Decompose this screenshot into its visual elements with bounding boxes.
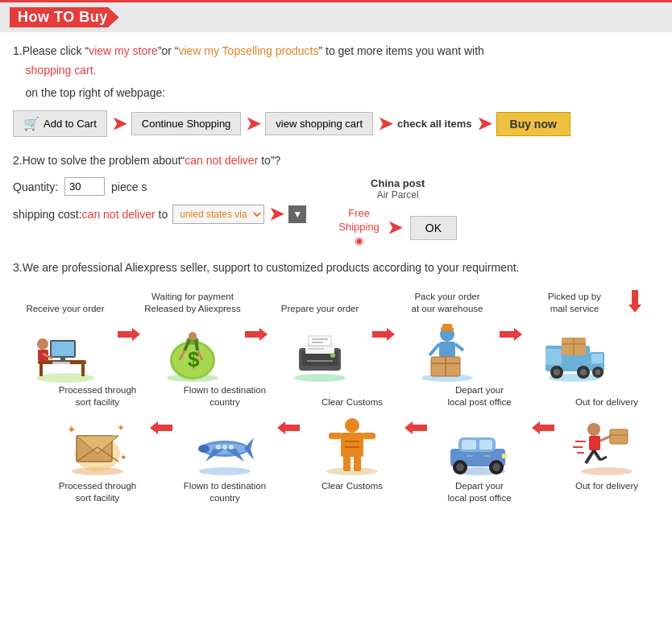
process-item-6: Out for delivery: [554, 383, 659, 477]
process-item-9: Flown to destinationcountry: [172, 383, 277, 477]
svg-point-108: [198, 445, 209, 453]
svg-point-84: [492, 463, 500, 471]
page-wrapper: How TO Buy 1.Please click “view my store…: [0, 0, 672, 521]
svg-rect-7: [56, 360, 69, 362]
svg-rect-80: [479, 440, 492, 450]
shipping-destination-select[interactable]: unied states via: [172, 205, 264, 224]
shopping-cart-link[interactable]: shopping cart.: [26, 64, 97, 77]
add-to-cart-label: Add to Cart: [44, 118, 97, 130]
page-title: How TO Buy: [10, 7, 119, 27]
svg-line-66: [586, 450, 594, 463]
arrow5: ➤: [269, 204, 284, 225]
svg-rect-70: [610, 429, 628, 444]
svg-rect-3: [81, 364, 85, 376]
arrow1: ➤: [112, 114, 127, 135]
process-item-7: Depart yourlocal post office: [427, 383, 532, 477]
process-icon-9: [189, 412, 260, 477]
quantity-input[interactable]: [64, 177, 105, 196]
process-arrow-9: [150, 383, 172, 436]
svg-rect-31: [307, 360, 333, 362]
step1-text4: on the top right of webpage:: [13, 84, 659, 103]
process-row1: Receive your order: [13, 290, 659, 383]
china-post-box: China post Air Parcel Free Shipping ◉ ➤ …: [338, 177, 457, 248]
svg-rect-87: [484, 455, 491, 457]
svg-rect-52: [591, 354, 603, 363]
dropdown-arrow[interactable]: ▼: [288, 205, 306, 223]
ok-button[interactable]: OK: [410, 216, 457, 240]
svg-rect-92: [329, 433, 342, 439]
svg-point-25: [294, 374, 346, 382]
process-item-2: Waiting for paymentReleased by Aliexpres…: [140, 290, 245, 383]
process-row2-labels: Out for delivery Depart yourlocal post o…: [13, 480, 659, 505]
content: 1.Please click “view my store”or “view m…: [0, 42, 672, 521]
svg-rect-95: [354, 455, 361, 471]
svg-point-63: [581, 467, 633, 475]
svg-line-42: [429, 344, 439, 355]
process-arrow-2: [245, 290, 268, 342]
svg-rect-85: [502, 454, 507, 458]
step2-inner: Quantity: piece s shipping cost:can not …: [13, 177, 659, 248]
process-label-1: Receive your order: [26, 290, 104, 316]
svg-marker-62: [628, 290, 641, 313]
label-8: Clear Customs: [300, 480, 404, 505]
svg-rect-33: [309, 336, 331, 346]
process-icon-2: $: [157, 319, 228, 383]
process-item-1: Receive your order: [13, 290, 118, 383]
air-parcel-label: Air Parcel: [338, 189, 457, 201]
svg-text:✦: ✦: [120, 453, 127, 462]
free-shipping-label: Free Shipping ◉: [338, 207, 380, 248]
view-cart-button[interactable]: view shopping cart: [265, 112, 373, 135]
arrow6: ➤: [388, 218, 402, 238]
svg-marker-24: [245, 328, 268, 341]
process-arrow-7: [404, 383, 427, 436]
shipping-row: shipping cost:can not deliver to unied s…: [13, 204, 306, 225]
process-icon-1: [30, 319, 101, 383]
view-store-link[interactable]: view my store: [89, 44, 158, 57]
svg-point-105: [216, 445, 221, 450]
process-label-4: Pack your orderat our warehouse: [412, 290, 483, 316]
process-label-10: Processed throughsort facility: [59, 383, 137, 409]
process-icon-10: ✦ ✦ ✦: [62, 412, 133, 477]
svg-point-56: [580, 369, 587, 375]
svg-point-19: [189, 332, 197, 340]
svg-line-21: [196, 340, 197, 350]
svg-marker-13: [118, 328, 140, 341]
process-row2: Out for delivery: [13, 383, 659, 477]
add-to-cart-button[interactable]: 🛒 Add to Cart: [13, 110, 107, 137]
step2-left: Quantity: piece s shipping cost:can not …: [13, 177, 306, 225]
svg-point-82: [456, 463, 464, 471]
process-icon-8: [317, 412, 388, 477]
svg-rect-2: [39, 364, 43, 376]
process-item-8: Clear Customs: [300, 383, 404, 477]
continue-shopping-button[interactable]: Continue Shopping: [131, 112, 242, 135]
svg-rect-65: [589, 436, 600, 450]
arrow2: ➤: [246, 114, 260, 135]
label-10: Processed throughsort facility: [45, 480, 150, 505]
process-item-4: Pack your orderat our warehouse: [395, 290, 500, 383]
svg-rect-11: [38, 350, 43, 358]
buy-now-button[interactable]: Buy now: [496, 112, 570, 136]
process-label-7: Depart yourlocal post office: [447, 383, 511, 409]
step1-text: 1.Please click “view my store”or “view m…: [13, 42, 659, 81]
label-6: Out for delivery: [554, 480, 659, 505]
svg-text:✦: ✦: [67, 423, 77, 436]
process-label-5: Picked up bymail service: [548, 290, 601, 316]
process-arrow-8: [277, 383, 300, 436]
svg-rect-41: [439, 342, 455, 358]
step3-number: 3.: [13, 261, 23, 274]
topselling-link[interactable]: view my Topselling products: [178, 44, 318, 57]
arrow3: ➤: [378, 114, 392, 135]
svg-rect-94: [343, 455, 351, 471]
svg-point-64: [587, 423, 600, 436]
shipping-problem-text: can not deliver: [82, 208, 156, 221]
quantity-row: Quantity: piece s: [13, 177, 306, 196]
process-section: Receive your order: [13, 290, 659, 505]
process-arrow-4: [500, 290, 522, 342]
svg-rect-79: [462, 440, 476, 450]
view-cart-label: view shopping cart: [276, 118, 363, 130]
svg-point-32: [330, 353, 335, 358]
svg-rect-93: [363, 433, 375, 439]
process-icon-4: [412, 319, 483, 383]
step1-number: 1.: [13, 44, 23, 57]
label-7: Depart yourlocal post office: [427, 480, 532, 505]
